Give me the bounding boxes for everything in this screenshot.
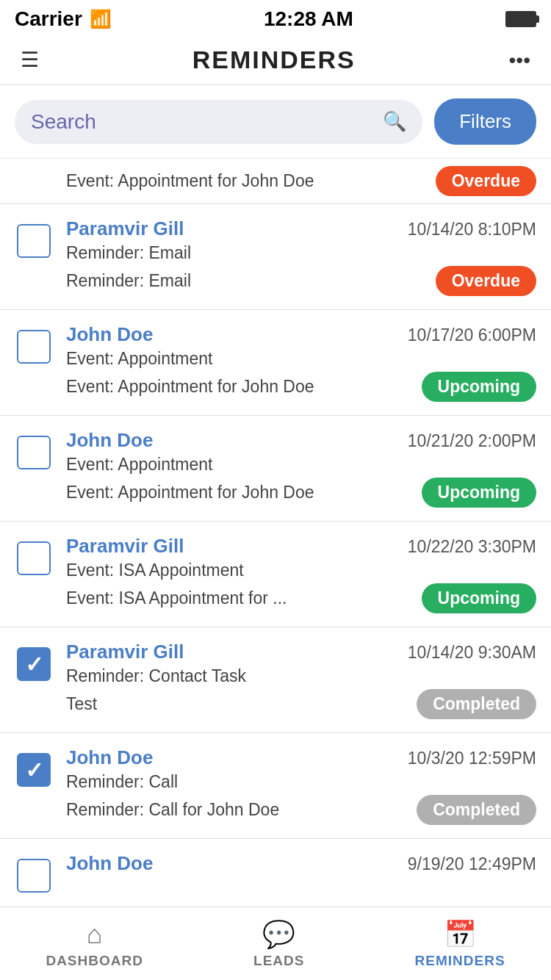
app-header: ☰ REMINDERS ••• <box>0 35 551 85</box>
reminder-checkbox[interactable] <box>17 224 51 258</box>
carrier-label: Carrier <box>15 7 82 31</box>
search-icon: 🔍 <box>383 110 406 133</box>
reminder-detail-2: Event: Appointment for John Doe <box>66 377 314 397</box>
reminder-checkbox[interactable] <box>17 436 51 469</box>
status-bar-right <box>505 11 536 27</box>
nav-label-leads: LEADS <box>253 953 304 969</box>
reminder-checkbox[interactable] <box>17 753 51 787</box>
reminder-name: Paramvir Gill <box>66 535 184 558</box>
reminder-status-badge: Completed <box>417 689 536 719</box>
reminder-detail-1: Reminder: Contact Task <box>66 666 536 686</box>
reminder-header-row: John Doe 9/19/20 12:49PM <box>66 852 536 875</box>
checkbox-wrapper[interactable] <box>15 222 53 260</box>
filters-button[interactable]: Filters <box>434 98 536 145</box>
reminder-name: Paramvir Gill <box>66 217 184 240</box>
reminder-detail-2: Reminder: Email <box>66 271 191 291</box>
reminder-date: 10/17/20 6:00PM <box>408 325 536 345</box>
checkbox-wrapper[interactable] <box>15 857 53 895</box>
overdue-badge: Overdue <box>436 166 536 196</box>
reminder-date: 10/3/20 12:59PM <box>408 749 536 768</box>
checkbox-wrapper[interactable] <box>15 328 53 366</box>
search-input[interactable] <box>31 110 375 134</box>
nav-label-reminders: REMINDERS <box>415 953 505 969</box>
reminder-detail-2: Reminder: Call for John Doe <box>66 800 279 820</box>
leads-icon: 💬 <box>262 919 295 950</box>
reminders-icon: 📅 <box>444 919 477 950</box>
reminder-item: John Doe 10/21/20 2:00PM Event: Appointm… <box>0 416 551 522</box>
reminder-checkbox[interactable] <box>17 647 51 681</box>
reminder-status-badge: Upcoming <box>422 478 536 508</box>
reminder-status-badge: Overdue <box>436 266 536 296</box>
reminder-footer-row: Event: Appointment for John Doe Upcoming <box>66 478 536 508</box>
reminder-detail-1: Event: Appointment <box>66 349 536 369</box>
reminder-footer-row: Event: Appointment for John Doe Upcoming <box>66 372 536 402</box>
reminder-detail-1: Reminder: Call <box>66 772 536 792</box>
reminder-header-row: John Doe 10/17/20 6:00PM <box>66 323 536 346</box>
reminder-checkbox[interactable] <box>17 330 51 364</box>
reminder-header-row: Paramvir Gill 10/22/20 3:30PM <box>66 535 536 558</box>
reminder-item: John Doe 10/3/20 12:59PM Reminder: Call … <box>0 733 551 839</box>
wifi-icon: 📶 <box>90 9 112 29</box>
battery-icon <box>505 11 536 27</box>
status-bar: Carrier 📶 12:28 AM <box>0 0 551 35</box>
checkbox-wrapper[interactable] <box>15 645 53 683</box>
checkbox-wrapper[interactable] <box>15 751 53 789</box>
nav-item-dashboard[interactable]: ⌂ DASHBOARD <box>46 919 143 969</box>
reminder-detail-2: Event: ISA Appointment for ... <box>66 588 287 608</box>
reminder-content: Paramvir Gill 10/14/20 8:10PM Reminder: … <box>66 217 536 296</box>
reminder-item: John Doe 9/19/20 12:49PM <box>0 839 551 909</box>
reminder-content: John Doe 10/3/20 12:59PM Reminder: Call … <box>66 746 536 825</box>
bottom-nav: ⌂ DASHBOARD 💬 LEADS 📅 REMINDERS <box>0 907 551 980</box>
partial-reminder-item: Event: Appointment for John Doe Overdue <box>0 159 551 204</box>
reminder-content: Paramvir Gill 10/14/20 9:30AM Reminder: … <box>66 641 536 719</box>
reminder-detail-1: Event: ISA Appointment <box>66 561 536 580</box>
nav-item-reminders[interactable]: 📅 REMINDERS <box>415 919 505 969</box>
dashboard-icon: ⌂ <box>87 919 103 950</box>
reminder-footer-row: Reminder: Email Overdue <box>66 266 536 296</box>
reminder-detail-2: Event: Appointment for John Doe <box>66 483 314 502</box>
reminder-footer-row: Test Completed <box>66 689 536 719</box>
reminder-header-row: John Doe 10/21/20 2:00PM <box>66 429 536 452</box>
reminder-items-container: Paramvir Gill 10/14/20 8:10PM Reminder: … <box>0 204 551 909</box>
more-options-button[interactable]: ••• <box>509 48 530 72</box>
search-section: 🔍 Filters <box>0 85 551 159</box>
checkbox-wrapper[interactable] <box>15 539 53 577</box>
reminder-detail-1: Event: Appointment <box>66 455 536 475</box>
status-bar-time: 12:28 AM <box>264 7 353 31</box>
reminder-content: John Doe 9/19/20 12:49PM <box>66 852 536 878</box>
hamburger-menu-button[interactable]: ☰ <box>21 48 39 72</box>
reminder-name: John Doe <box>66 429 153 452</box>
reminder-content: John Doe 10/21/20 2:00PM Event: Appointm… <box>66 429 536 508</box>
reminder-checkbox[interactable] <box>17 541 51 575</box>
reminder-content: John Doe 10/17/20 6:00PM Event: Appointm… <box>66 323 536 402</box>
reminder-item: Paramvir Gill 10/14/20 9:30AM Reminder: … <box>0 627 551 733</box>
reminder-date: 10/14/20 8:10PM <box>408 220 536 239</box>
nav-item-leads[interactable]: 💬 LEADS <box>235 919 323 969</box>
search-input-wrapper[interactable]: 🔍 <box>15 100 422 144</box>
reminder-date: 10/21/20 2:00PM <box>408 431 536 451</box>
reminder-date: 10/14/20 9:30AM <box>408 643 536 663</box>
reminder-item: Paramvir Gill 10/14/20 8:10PM Reminder: … <box>0 204 551 310</box>
reminder-name: John Doe <box>66 852 153 875</box>
reminder-name: John Doe <box>66 746 153 769</box>
reminder-header-row: Paramvir Gill 10/14/20 9:30AM <box>66 641 536 663</box>
partial-item-text: Event: Appointment for John Doe <box>66 171 314 191</box>
reminder-detail-2: Test <box>66 694 97 714</box>
reminders-list: Event: Appointment for John Doe Overdue … <box>0 159 551 980</box>
reminder-detail-1: Reminder: Email <box>66 243 536 263</box>
status-bar-left: Carrier 📶 <box>15 7 112 31</box>
reminder-checkbox[interactable] <box>17 859 51 893</box>
reminder-content: Paramvir Gill 10/22/20 3:30PM Event: ISA… <box>66 535 536 613</box>
checkbox-wrapper[interactable] <box>15 433 53 472</box>
reminder-date: 10/22/20 3:30PM <box>408 537 536 557</box>
reminder-name: Paramvir Gill <box>66 641 184 663</box>
reminder-item: Paramvir Gill 10/22/20 3:30PM Event: ISA… <box>0 522 551 627</box>
reminder-status-badge: Completed <box>417 795 536 825</box>
reminder-footer-row: Reminder: Call for John Doe Completed <box>66 795 536 825</box>
reminder-date: 9/19/20 12:49PM <box>408 854 536 874</box>
reminder-header-row: Paramvir Gill 10/14/20 8:10PM <box>66 217 536 240</box>
reminder-name: John Doe <box>66 323 153 346</box>
page-title: REMINDERS <box>192 46 356 74</box>
reminder-status-badge: Upcoming <box>422 583 536 613</box>
reminder-footer-row: Event: ISA Appointment for ... Upcoming <box>66 583 536 613</box>
